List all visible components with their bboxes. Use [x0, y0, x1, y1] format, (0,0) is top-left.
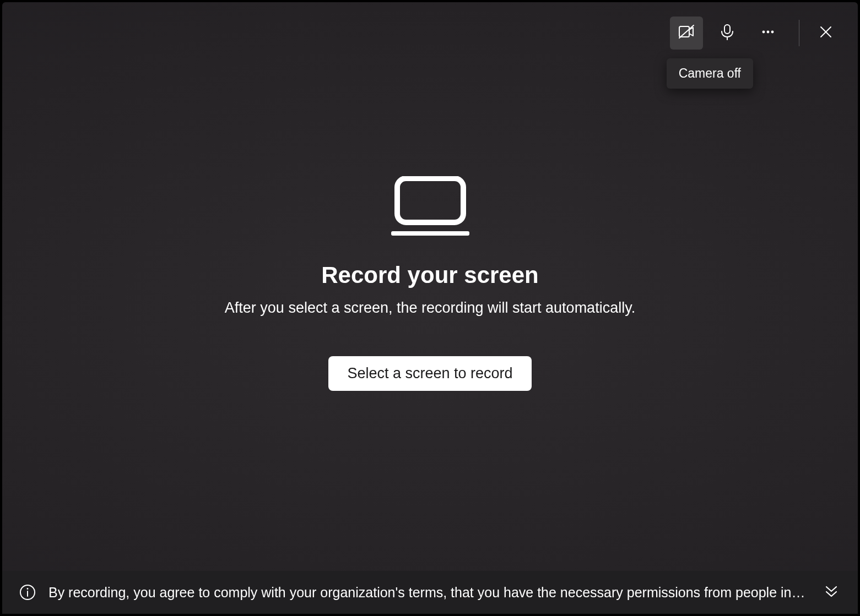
microphone-toggle-button[interactable]: [711, 17, 744, 50]
camera-off-icon: [678, 23, 695, 43]
svg-rect-8: [397, 178, 463, 222]
laptop-icon: [389, 176, 472, 237]
svg-point-5: [771, 31, 774, 34]
close-button[interactable]: [809, 17, 842, 50]
svg-rect-9: [391, 231, 469, 236]
select-screen-button[interactable]: Select a screen to record: [328, 356, 531, 391]
info-bar: By recording, you agree to comply with y…: [2, 571, 858, 614]
page-heading: Record your screen: [321, 262, 539, 288]
info-bar-message: By recording, you agree to comply with y…: [48, 585, 808, 601]
page-subheading: After you select a screen, the recording…: [225, 299, 635, 317]
close-icon: [817, 23, 835, 43]
info-bar-expand-button[interactable]: [820, 581, 842, 603]
info-icon: [19, 584, 36, 601]
toolbar: [670, 17, 842, 50]
camera-toggle-button[interactable]: [670, 17, 703, 50]
microphone-icon: [718, 23, 736, 43]
svg-point-4: [767, 31, 770, 34]
toolbar-divider: [799, 20, 799, 46]
svg-point-3: [762, 31, 765, 34]
svg-rect-1: [724, 25, 730, 34]
more-horizontal-icon: [759, 23, 777, 43]
svg-point-12: [27, 588, 29, 590]
more-options-button[interactable]: [751, 17, 785, 50]
camera-tooltip-text: Camera off: [679, 66, 741, 80]
chevron-double-down-icon: [823, 582, 840, 602]
record-screen-window: Camera off Record your screen After you …: [2, 2, 858, 614]
camera-tooltip: Camera off: [667, 58, 753, 89]
svg-line-0: [679, 25, 694, 38]
